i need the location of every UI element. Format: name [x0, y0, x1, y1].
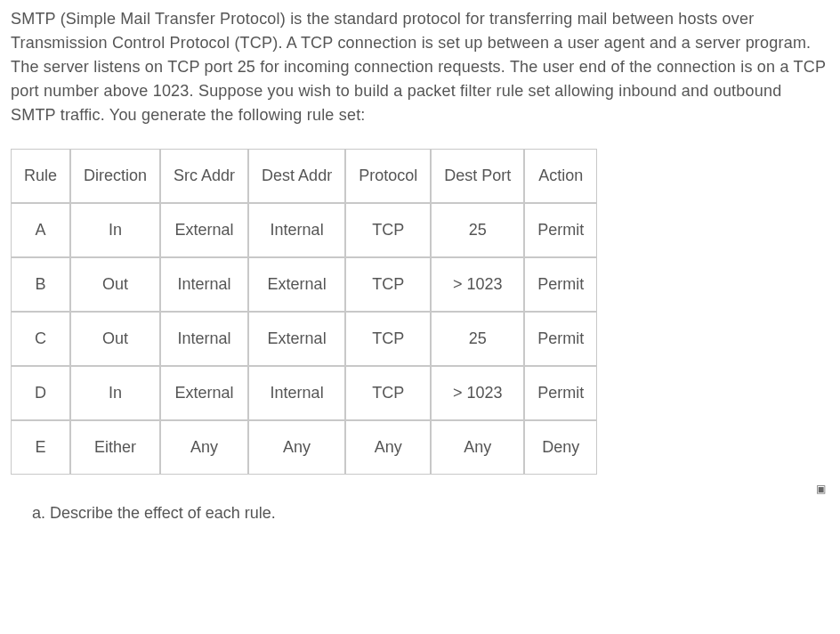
cell-protocol: Any	[345, 420, 431, 475]
col-rule: Rule	[11, 149, 70, 203]
cell-protocol: TCP	[345, 257, 431, 312]
rules-table: Rule Direction Src Addr Dest Addr Protoc…	[11, 149, 597, 475]
cell-protocol: TCP	[345, 203, 431, 257]
cell-dest-addr: External	[248, 312, 345, 366]
cell-dest-addr: Internal	[248, 203, 345, 257]
cell-protocol: TCP	[345, 366, 431, 420]
col-direction: Direction	[70, 149, 160, 203]
table-row: E Either Any Any Any Any Deny	[11, 420, 597, 475]
cell-direction: In	[70, 203, 160, 257]
table-row: B Out Internal External TCP > 1023 Permi…	[11, 257, 597, 312]
cell-dest-port: Any	[431, 420, 524, 475]
cell-action: Permit	[524, 312, 597, 366]
cell-dest-addr: Any	[248, 420, 345, 475]
cell-rule: B	[11, 257, 70, 312]
table-header-row: Rule Direction Src Addr Dest Addr Protoc…	[11, 149, 597, 203]
side-glyph-icon: ▣	[816, 481, 826, 497]
cell-direction: Out	[70, 312, 160, 366]
cell-src-addr: Internal	[160, 257, 248, 312]
cell-dest-port: 25	[431, 203, 524, 257]
cell-src-addr: External	[160, 203, 248, 257]
cell-dest-port: > 1023	[431, 366, 524, 420]
cell-action: Permit	[524, 203, 597, 257]
cell-action: Permit	[524, 257, 597, 312]
cell-rule: A	[11, 203, 70, 257]
cell-src-addr: Any	[160, 420, 248, 475]
cell-action: Permit	[524, 366, 597, 420]
cell-dest-port: > 1023	[431, 257, 524, 312]
question-a: a. Describe the effect of each rule.	[32, 501, 829, 525]
cell-direction: In	[70, 366, 160, 420]
cell-dest-addr: External	[248, 257, 345, 312]
table-row: A In External Internal TCP 25 Permit	[11, 203, 597, 257]
cell-action: Deny	[524, 420, 597, 475]
cell-src-addr: Internal	[160, 312, 248, 366]
table-row: C Out Internal External TCP 25 Permit	[11, 312, 597, 366]
cell-dest-port: 25	[431, 312, 524, 366]
table-row: D In External Internal TCP > 1023 Permit	[11, 366, 597, 420]
col-src-addr: Src Addr	[160, 149, 248, 203]
cell-rule: D	[11, 366, 70, 420]
cell-rule: E	[11, 420, 70, 475]
cell-src-addr: External	[160, 366, 248, 420]
cell-rule: C	[11, 312, 70, 366]
redacted-block	[280, 506, 334, 522]
col-protocol: Protocol	[345, 149, 431, 203]
col-dest-addr: Dest Addr	[248, 149, 345, 203]
col-dest-port: Dest Port	[431, 149, 524, 203]
col-action: Action	[524, 149, 597, 203]
cell-dest-addr: Internal	[248, 366, 345, 420]
intro-paragraph: SMTP (Simple Mail Transfer Protocol) is …	[11, 7, 829, 127]
cell-direction: Either	[70, 420, 160, 475]
question-text: a. Describe the effect of each rule.	[32, 504, 276, 522]
cell-protocol: TCP	[345, 312, 431, 366]
cell-direction: Out	[70, 257, 160, 312]
